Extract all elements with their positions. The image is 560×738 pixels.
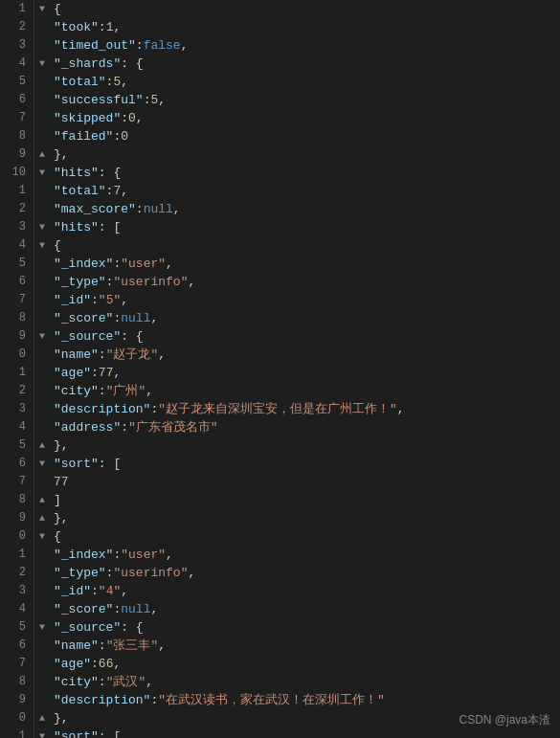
fold-icon[interactable]: [34, 546, 50, 564]
line-number: 3: [4, 218, 26, 236]
line-number: 8: [4, 673, 26, 691]
line-number: 5: [4, 255, 26, 273]
code-line: "total" : 5,: [54, 73, 560, 91]
fold-icon[interactable]: [34, 364, 50, 382]
line-number: 0: [4, 709, 26, 727]
line-number: 2: [4, 18, 26, 36]
line-number: 8: [4, 491, 26, 509]
code-line: "timed_out" : false,: [54, 36, 560, 55]
line-number: 6: [4, 637, 26, 655]
line-number: 2: [4, 564, 26, 582]
fold-icon[interactable]: [34, 291, 50, 309]
code-line: "city" : "武汉",: [54, 673, 560, 691]
fold-icon[interactable]: [34, 691, 50, 709]
fold-icon[interactable]: ▼: [34, 0, 50, 18]
fold-icon[interactable]: [34, 18, 50, 36]
fold-icon[interactable]: ▼: [34, 218, 50, 236]
line-number: 7: [4, 291, 26, 309]
line-number: 9: [4, 145, 26, 164]
code-line: "age" : 77,: [54, 364, 560, 382]
code-line: "city" : "广州",: [54, 382, 560, 400]
code-line: "total" : 7,: [54, 182, 560, 200]
fold-icon[interactable]: [34, 600, 50, 618]
fold-icon[interactable]: ▲: [34, 145, 50, 164]
code-line: "_score" : null,: [54, 600, 560, 618]
fold-icon[interactable]: ▼: [34, 55, 50, 73]
line-number: 1: [4, 0, 26, 18]
fold-icon[interactable]: ▲: [34, 509, 50, 527]
fold-gutter[interactable]: ▼ ▼ ▲▼ ▼▼ ▼ ▲▼ ▲▲▼ ▼ ▲▼ ▲▲▼: [34, 0, 50, 738]
line-number: 8: [4, 127, 26, 145]
line-number: 4: [4, 600, 26, 618]
code-line: "sort" : [: [54, 455, 560, 473]
line-number: 5: [4, 618, 26, 637]
line-number: 7: [4, 473, 26, 491]
code-line: "_type" : "userinfo",: [54, 564, 560, 582]
code-container: 1234567891012345678901234567890123456789…: [0, 0, 560, 738]
code-line: 77: [54, 473, 560, 491]
line-number: 2: [4, 382, 26, 400]
line-numbers: 1234567891012345678901234567890123456789…: [0, 0, 34, 738]
line-number: 6: [4, 455, 26, 473]
fold-icon[interactable]: [34, 36, 50, 55]
fold-icon[interactable]: [34, 273, 50, 291]
fold-icon[interactable]: ▼: [34, 618, 50, 637]
fold-icon[interactable]: [34, 673, 50, 691]
line-number: 4: [4, 418, 26, 436]
code-line: "_source" : {: [54, 327, 560, 346]
code-line: "description" : "赵子龙来自深圳宝安，但是在广州工作！",: [54, 400, 560, 418]
code-line: "address" : "广东省茂名市": [54, 418, 560, 436]
fold-icon[interactable]: ▲: [34, 491, 50, 509]
fold-icon[interactable]: ▼: [34, 327, 50, 346]
line-number: 0: [4, 346, 26, 364]
line-number: 5: [4, 73, 26, 91]
line-number: 3: [4, 400, 26, 418]
line-number: 7: [4, 655, 26, 673]
fold-icon[interactable]: [34, 655, 50, 673]
fold-icon[interactable]: [34, 182, 50, 200]
fold-icon[interactable]: [34, 564, 50, 582]
code-line: {: [54, 236, 560, 255]
fold-icon[interactable]: ▼: [34, 527, 50, 546]
fold-icon[interactable]: [34, 309, 50, 327]
line-number: 2: [4, 200, 26, 218]
fold-icon[interactable]: [34, 418, 50, 436]
fold-icon[interactable]: [34, 73, 50, 91]
code-line: "_type" : "userinfo",: [54, 273, 560, 291]
code-line: {: [54, 527, 560, 546]
fold-icon[interactable]: [34, 109, 50, 127]
code-line: "_score" : null,: [54, 309, 560, 327]
code-line: "name" : "张三丰",: [54, 637, 560, 655]
fold-icon[interactable]: [34, 400, 50, 418]
line-number: 9: [4, 691, 26, 709]
code-line: "description" : "在武汉读书，家在武汉！在深圳工作！": [54, 691, 560, 709]
line-number: 0: [4, 527, 26, 546]
fold-icon[interactable]: ▼: [34, 727, 50, 738]
fold-icon[interactable]: [34, 91, 50, 109]
fold-icon[interactable]: [34, 346, 50, 364]
fold-icon[interactable]: ▼: [34, 455, 50, 473]
line-number: 6: [4, 273, 26, 291]
fold-icon[interactable]: ▼: [34, 164, 50, 182]
line-number: 1: [4, 727, 26, 738]
line-number: 1: [4, 546, 26, 564]
fold-icon[interactable]: [34, 637, 50, 655]
fold-icon[interactable]: [34, 255, 50, 273]
fold-icon[interactable]: ▲: [34, 709, 50, 727]
code-line: "max_score" : null,: [54, 200, 560, 218]
line-number: 1: [4, 364, 26, 382]
code-line: "failed" : 0: [54, 127, 560, 145]
code-line: "_id" : "5",: [54, 291, 560, 309]
code-line: "hits" : [: [54, 218, 560, 236]
fold-icon[interactable]: ▲: [34, 436, 50, 455]
code-line: "took" : 1,: [54, 18, 560, 36]
fold-icon[interactable]: [34, 200, 50, 218]
fold-icon[interactable]: [34, 473, 50, 491]
code-line: },: [54, 145, 560, 164]
fold-icon[interactable]: [34, 127, 50, 145]
code-line: "skipped" : 0,: [54, 109, 560, 127]
fold-icon[interactable]: [34, 382, 50, 400]
fold-icon[interactable]: [34, 582, 50, 600]
code-line: "successful" : 5,: [54, 91, 560, 109]
fold-icon[interactable]: ▼: [34, 236, 50, 255]
